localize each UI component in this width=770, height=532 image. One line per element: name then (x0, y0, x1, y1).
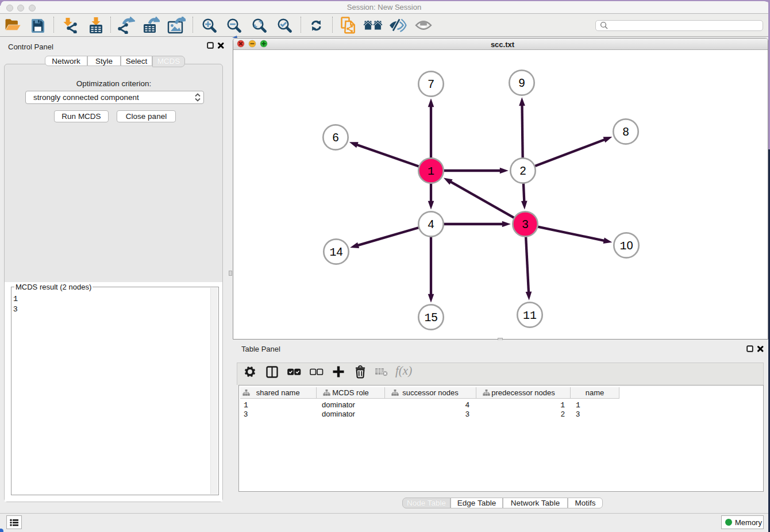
svg-text:10: 10 (619, 239, 633, 253)
svg-text:11: 11 (523, 309, 537, 322)
svg-text:7: 7 (428, 78, 434, 90)
svg-text:3: 3 (522, 218, 528, 230)
svg-text:9: 9 (518, 76, 525, 89)
svg-text:6: 6 (332, 131, 338, 144)
svg-text:15: 15 (424, 311, 437, 325)
svg-text:4: 4 (428, 218, 434, 230)
svg-text:2: 2 (519, 164, 526, 177)
svg-text:14: 14 (329, 245, 342, 259)
svg-text:1: 1 (428, 165, 434, 178)
svg-text:8: 8 (622, 125, 629, 138)
